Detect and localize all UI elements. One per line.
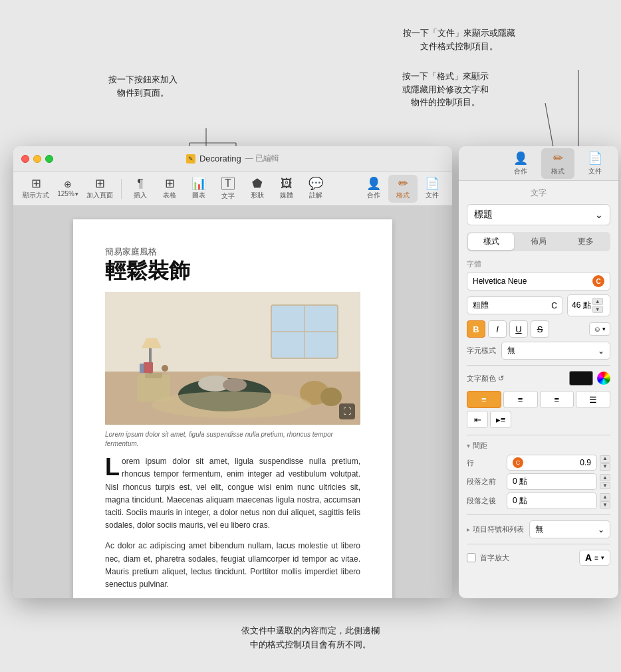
after-para-label: 段落之後 [467, 496, 507, 506]
close-button[interactable] [21, 155, 29, 163]
insert-button[interactable]: ¶ 插入 [126, 175, 155, 203]
shape-icon: ⬟ [252, 177, 263, 189]
underline-button[interactable]: U [509, 320, 528, 338]
tab-layout[interactable]: 佈局 [515, 233, 561, 250]
body-paragraph-1[interactable]: L orem ipsum dolor sit amet, ligula susp… [105, 455, 360, 532]
color-wheel-button[interactable] [597, 372, 610, 385]
media-label: 媒體 [280, 191, 293, 200]
text-color-swatch[interactable] [569, 371, 593, 386]
align-justify-button[interactable]: ☰ [576, 391, 610, 408]
font-size-stepper: ▲ ▼ [592, 298, 603, 313]
maximize-button[interactable] [45, 155, 53, 163]
body-paragraph-2[interactable]: Ac dolor ac adipiscing amet bibendum nul… [105, 540, 360, 591]
list-select[interactable]: 無 ⌄ [529, 520, 610, 538]
bottom-callout: 依文件中選取的內容而定，此側邊欄 中的格式控制項目會有所不同。 [241, 624, 380, 652]
collaborate-button[interactable]: 👤 合作 [359, 175, 388, 203]
document-status: — 已編輯 [245, 153, 279, 164]
font-size-up[interactable]: ▲ [592, 298, 603, 305]
page-canvas[interactable]: 簡易家庭風格 輕鬆裝飾 [13, 206, 452, 598]
sidebar-toolbar: 👤 合作 ✏ 格式 📄 文件 [459, 146, 618, 181]
media-button[interactable]: 🖼 媒體 [272, 175, 301, 203]
indent-decrease-button[interactable]: ⇤ [467, 411, 488, 428]
table-button[interactable]: ⊞ 表格 [155, 175, 184, 203]
collaborate-sidebar-button[interactable]: 👤 合作 [504, 148, 537, 179]
dropcap-label-row: 首字放大 [467, 553, 509, 563]
document-button[interactable]: 📄 文件 [418, 175, 447, 203]
italic-button[interactable]: I [488, 320, 507, 338]
font-weight-action-icon[interactable]: C [551, 301, 557, 310]
before-para-stepper: ▲ ▼ [600, 474, 610, 489]
minimize-button[interactable] [33, 155, 41, 163]
align-left-button[interactable]: ≡ [467, 391, 501, 408]
char-style-value: 無 [507, 345, 515, 356]
page-image[interactable]: ⛶ [105, 292, 360, 425]
line-spacing-down[interactable]: ▼ [600, 463, 610, 471]
display-mode-icon: ⊞ [31, 177, 41, 189]
document-area: 簡易家庭風格 輕鬆裝飾 [13, 206, 452, 598]
after-para-down[interactable]: ▼ [600, 501, 610, 508]
tab-style[interactable]: 樣式 [468, 233, 514, 250]
dropcap-label: 首字放大 [480, 553, 509, 563]
text-button[interactable]: T 文字 [213, 174, 243, 203]
after-para-up[interactable]: ▲ [600, 493, 610, 501]
document-toolbar-icon: 📄 [425, 177, 439, 189]
list-label: 項目符號和列表 [473, 524, 524, 534]
display-mode-button[interactable]: ⊞ 顯示方式 [19, 175, 53, 203]
font-size-input[interactable]: 46 點 ▲ ▼ [567, 294, 610, 316]
spacing-header[interactable]: ▾ 間距 [467, 441, 610, 451]
dropcap-checkbox[interactable] [467, 553, 476, 562]
line-spacing-action-icon[interactable]: C [513, 457, 523, 468]
align-center-button[interactable]: ≡ [503, 391, 538, 408]
font-size-down[interactable]: ▼ [592, 306, 603, 313]
font-name-action-icon[interactable]: C [592, 275, 604, 287]
page-title[interactable]: 輕鬆裝飾 [105, 259, 360, 282]
before-para-up[interactable]: ▲ [600, 474, 610, 481]
divider-4 [467, 544, 610, 544]
svg-point-27 [162, 365, 168, 372]
line-spacing-row: 行 C 0.9 ▲ ▼ [467, 455, 610, 471]
collaborate-sidebar-icon: 👤 [513, 151, 528, 166]
heading-style-dropdown[interactable]: 標題 ⌄ [467, 204, 610, 225]
chart-button[interactable]: 📊 圖表 [184, 175, 213, 203]
collaborate-icon: 👤 [366, 177, 381, 189]
char-style-select[interactable]: 無 ⌄ [501, 342, 610, 360]
text-icon: T [221, 177, 235, 190]
list-section: ▸ 項目符號和列表 無 ⌄ [467, 520, 610, 538]
format-sidebar-button[interactable]: ✏ 格式 [541, 148, 574, 179]
line-spacing-input[interactable]: C 0.9 [507, 455, 597, 471]
font-weight-select[interactable]: 粗體 C [467, 296, 563, 314]
add-page-button[interactable]: ⊞ 加入頁面 [82, 175, 117, 203]
font-weight-value: 粗體 [473, 300, 489, 311]
comment-button[interactable]: 💬 註解 [301, 175, 330, 203]
chart-icon: 📊 [191, 177, 206, 189]
shape-button[interactable]: ⬟ 形狀 [243, 175, 272, 203]
zoom-button[interactable]: ⊕ 125% ▾ [53, 177, 82, 200]
after-para-input[interactable]: 0 點 [507, 493, 597, 509]
format-button[interactable]: ✏ 格式 [388, 175, 418, 203]
more-format-button[interactable]: ☺ ▾ [589, 322, 610, 336]
page-subtitle: 簡易家庭風格 [105, 246, 360, 258]
strikethrough-button[interactable]: S [531, 320, 549, 338]
toolbar-sep-1 [121, 179, 122, 199]
style-tabs: 樣式 佈局 更多 [467, 232, 610, 251]
image-overlay-icon[interactable]: ⛶ [339, 403, 355, 419]
document-icon: ✎ [186, 154, 195, 164]
spacing-chevron-icon: ▾ [467, 442, 470, 449]
alignment-row: ≡ ≡ ≡ ☰ [467, 391, 610, 408]
shape-label: 形狀 [251, 191, 264, 200]
tab-more[interactable]: 更多 [563, 233, 609, 250]
dropcap-style-select[interactable]: A ≡ ▾ [579, 550, 610, 566]
before-para-down[interactable]: ▼ [600, 482, 610, 489]
line-spacing-value: 0.9 [580, 458, 591, 467]
bold-button[interactable]: B [467, 320, 485, 338]
emoji-icon: ☺ [594, 325, 601, 333]
before-para-input[interactable]: 0 點 [507, 473, 597, 490]
text-label: 文字 [221, 191, 235, 201]
indent-increase-button[interactable]: ▸≡ [490, 411, 511, 428]
document-sidebar-button[interactable]: 📄 文件 [578, 148, 612, 179]
align-right-button[interactable]: ≡ [540, 391, 574, 408]
comment-label: 註解 [309, 191, 322, 200]
format-label: 格式 [396, 191, 410, 200]
line-spacing-up[interactable]: ▲ [600, 455, 610, 463]
font-name-select[interactable]: Helvetica Neue C [467, 272, 610, 290]
